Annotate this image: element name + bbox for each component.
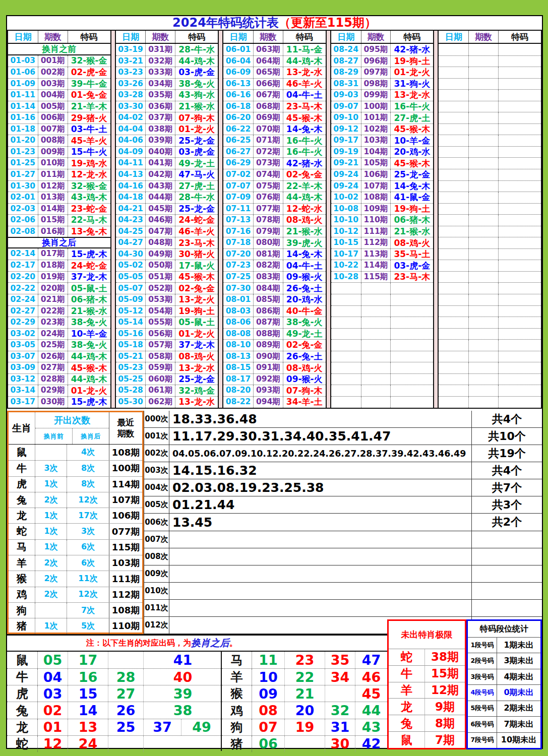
- count-after: 11次: [67, 571, 109, 586]
- result-row: 04-02037期07-狗-木: [116, 112, 218, 123]
- recent-issue: 115期: [109, 540, 142, 555]
- zodiac-name: 鼠: [9, 445, 35, 460]
- result-issue: 030期: [38, 397, 68, 408]
- result-row: 07-09076期44-鸡-木: [223, 192, 326, 203]
- recent-issue: 103期: [109, 555, 142, 571]
- count-before: 1次: [35, 540, 67, 555]
- result-code: 38-兔-火: [283, 317, 326, 328]
- result-code: 45-猴-木: [68, 362, 110, 373]
- result-row: 10-17113期35-马-土: [331, 248, 434, 260]
- zodiac-map-row: 鸡08203244: [222, 702, 387, 718]
- result-date: 04-04: [116, 124, 146, 135]
- result-row: 03-09027期45-猴-木: [8, 362, 110, 373]
- result-issue: 004期: [38, 90, 68, 101]
- result-issue: 028期: [38, 374, 68, 385]
- map-number: 01: [38, 719, 68, 735]
- result-issue: [468, 101, 498, 112]
- result-date: 02-03: [8, 204, 38, 215]
- result-issue: 093期: [253, 385, 283, 396]
- result-issue: 065期: [253, 67, 283, 78]
- result-code: 08-鸡-火: [175, 351, 218, 362]
- result-code: 10-羊-金: [68, 329, 110, 340]
- count-before: 1次: [35, 508, 67, 523]
- empty-row: [439, 157, 541, 169]
- result-date: 04-09: [116, 147, 146, 158]
- result-date: 09-24: [331, 169, 361, 180]
- result-date: 08-15: [223, 362, 253, 373]
- result-row: 04-21045期25-龙-金: [116, 203, 218, 215]
- empty-row: [331, 294, 434, 305]
- result-issue: [468, 169, 498, 180]
- result-date: 02-27: [8, 306, 38, 317]
- missing-zodiac: 羊: [389, 682, 425, 699]
- missing-zodiac: 龙: [389, 699, 425, 715]
- frequency-label: 003次: [144, 462, 169, 479]
- result-issue: 029期: [38, 385, 68, 396]
- result-date: 07-09: [223, 192, 253, 203]
- result-date: 06-29: [223, 158, 253, 169]
- column-separator: [219, 30, 222, 409]
- map-number: 07: [252, 719, 285, 735]
- result-row: 07-13078期08-鸡-火: [223, 214, 326, 226]
- map-number: 24: [68, 736, 108, 752]
- result-code: 02-兔-金: [283, 169, 326, 180]
- map-number: [108, 736, 144, 752]
- result-issue: 019期: [38, 272, 68, 283]
- result-code: [390, 283, 433, 294]
- result-date: [439, 135, 468, 146]
- result-code: 12-蛇-水: [283, 204, 326, 215]
- result-issue: 115期: [361, 272, 391, 283]
- result-row: 04-16043期27-虎-土: [116, 180, 218, 192]
- frequency-total: 共4个: [472, 462, 542, 479]
- frequency-label: 009次: [144, 565, 169, 582]
- result-code: 12-龙-水: [68, 169, 110, 180]
- result-date: 02-01: [8, 192, 38, 203]
- result-issue: 112期: [361, 237, 391, 248]
- result-row: 08-10089期02-兔-金: [223, 339, 326, 351]
- zodiac-map-left: 鼠051741牛04162840虎03152739兔02142638龙01132…: [7, 652, 222, 751]
- map-number: 45: [355, 685, 387, 702]
- result-row: 09-21105期45-猴-木: [331, 157, 434, 169]
- result-date: 04-23: [116, 215, 146, 226]
- result-issue: 011期: [38, 169, 68, 180]
- result-code: 26-兔-土: [283, 351, 326, 362]
- frequency-label: 008次: [144, 548, 169, 565]
- result-code: 21-猴-水: [390, 226, 433, 237]
- result-row: 07-20081期14-兔-木: [223, 248, 326, 260]
- result-date: 06-16: [223, 90, 253, 101]
- result-row: 10-08109期19-狗-土: [331, 203, 434, 215]
- result-row: 05-16056期01-龙-火: [116, 328, 218, 340]
- map-number: 17: [68, 652, 108, 668]
- empty-row: [439, 180, 541, 192]
- count-after: 12次: [67, 492, 109, 508]
- frequency-label: 000次: [144, 411, 169, 427]
- count-after: 4次: [67, 445, 109, 460]
- result-row: 08-06087期38-兔-火: [223, 317, 326, 328]
- recent-issue: 107期: [109, 492, 142, 508]
- map-zodiac: 兔: [7, 702, 38, 718]
- result-code: 07-狗-木: [283, 385, 326, 396]
- report-sheet: 2024年特码统计表（更新至115期） 日期期数特码换肖之前01-03001期3…: [6, 15, 543, 749]
- result-date: 09-10: [331, 112, 361, 123]
- result-code: 42-猪-水: [390, 44, 433, 55]
- zodiac-map-row: 羊10223446: [222, 668, 387, 685]
- missing-limit-row: 牛15期: [389, 665, 465, 682]
- result-date: [439, 329, 468, 340]
- result-date: 06-22: [223, 124, 253, 135]
- result-row: 06-22070期14-兔-木: [223, 123, 326, 135]
- result-code: 44-鸡-木: [283, 56, 326, 67]
- map-number: 41: [144, 652, 222, 668]
- missing-periods: 12期: [425, 682, 465, 699]
- result-code: [390, 294, 433, 305]
- result-issue: [361, 362, 391, 373]
- result-date: 04-25: [116, 226, 146, 237]
- result-row: 09-24106期25-龙-金: [331, 169, 434, 180]
- result-row: 04-04038期01-龙-火: [116, 123, 218, 135]
- result-date: 01-30: [8, 181, 38, 192]
- result-row: 07-18080期39-虎-火: [223, 237, 326, 248]
- result-date: 07-23: [223, 260, 253, 271]
- code-header: 特码: [68, 31, 110, 43]
- map-number: 30: [325, 736, 355, 752]
- map-number: 13: [68, 719, 108, 735]
- result-row: 01-09003期39-牛-金: [8, 78, 110, 90]
